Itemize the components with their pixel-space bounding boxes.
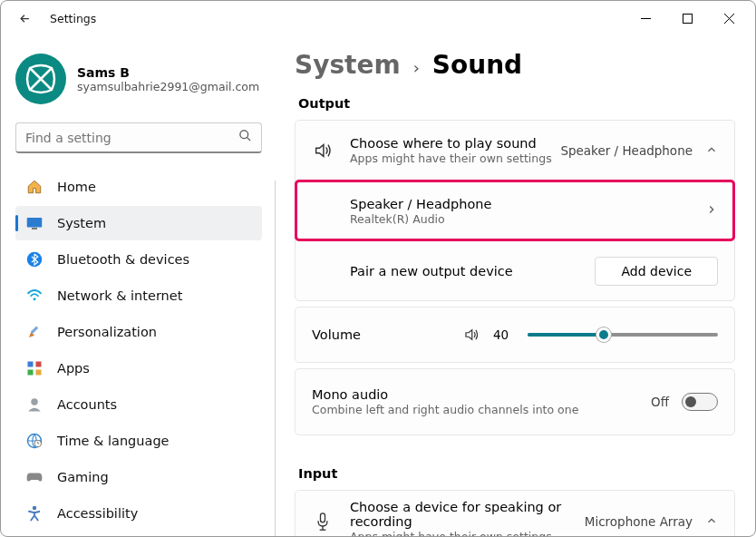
svg-rect-7 [32,228,37,229]
bluetooth-icon [24,249,44,269]
mono-sub: Combine left and right audio channels in… [312,403,578,416]
volume-card: Volume 40 [295,307,735,363]
sidebar-item-time[interactable]: Time & language [15,424,262,458]
mono-state: Off [651,395,669,409]
sidebar-item-bluetooth[interactable]: Bluetooth & devices [15,242,262,277]
choose-input-sub: Apps might have their own settings [350,530,567,536]
volume-slider[interactable] [528,326,718,344]
mono-row: Mono audio Combine left and right audio … [296,369,734,434]
svg-rect-12 [36,362,42,367]
minimize-button[interactable] [625,4,666,33]
home-icon [24,177,44,197]
user-name: Sams B [77,65,259,80]
sidebar-item-label: Personalization [57,325,157,339]
svg-rect-19 [321,513,325,522]
svg-point-4 [240,131,248,139]
volume-label: Volume [312,327,450,342]
svg-rect-14 [36,370,42,376]
wifi-icon [24,286,44,306]
maximize-button[interactable] [666,4,708,33]
sidebar-item-label: Accounts [57,397,117,412]
user-profile[interactable]: Sams B syamsulbahrie2991@gmail.com [15,54,262,104]
svg-rect-6 [27,218,43,228]
sidebar-item-label: Apps [57,361,90,376]
breadcrumb: System › Sound [295,50,735,80]
mono-card: Mono audio Combine left and right audio … [295,368,735,435]
pair-output-title: Pair a new output device [350,264,513,278]
sidebar-item-label: Home [57,180,96,194]
add-device-button[interactable]: Add device [595,257,718,286]
mono-toggle[interactable] [682,393,718,411]
choose-output-sub: Apps might have their own settings [350,151,552,165]
back-button[interactable] [12,5,37,31]
chevron-right-icon: › [413,58,420,77]
volume-row: Volume 40 [296,308,734,362]
pair-output-row: Pair a new output device Add device [296,240,734,300]
nav-list: Home System Bluetooth & devices Network … [15,170,262,531]
microphone-icon [312,511,334,532]
scroll-divider [275,181,276,536]
search-icon [238,129,252,146]
choose-input-title: Choose a device for speaking or recordin… [350,500,567,529]
mono-title: Mono audio [312,387,578,402]
sidebar-item-label: Network & internet [57,288,182,303]
avatar [15,54,66,104]
output-device-sub: Realtek(R) Audio [350,212,491,226]
svg-rect-1 [683,14,692,23]
volume-value: 40 [493,327,515,342]
input-card: Choose a device for speaking or recordin… [295,490,735,536]
system-icon [24,213,44,233]
choose-output-value: Speaker / Headphone [560,143,693,158]
section-input-heading: Input [298,466,735,481]
section-output-heading: Output [298,96,735,111]
sidebar-item-home[interactable]: Home [15,170,262,204]
search-field[interactable] [25,131,238,145]
sidebar-item-accessibility[interactable]: Accessibility [15,496,262,531]
globe-icon [24,431,44,451]
speaker-icon [312,140,334,161]
sidebar: Sams B syamsulbahrie2991@gmail.com Home … [1,35,275,536]
svg-point-18 [33,506,37,511]
user-email: syamsulbahrie2991@gmail.com [77,80,259,93]
sidebar-item-network[interactable]: Network & internet [15,278,262,313]
main-pane: System › Sound Output Choose where to pl… [275,35,755,536]
svg-point-9 [34,298,36,300]
svg-point-15 [31,398,38,405]
breadcrumb-parent[interactable]: System [295,50,401,80]
svg-rect-13 [28,370,34,376]
sidebar-item-accounts[interactable]: Accounts [15,387,262,422]
output-device-row[interactable]: Speaker / Headphone Realtek(R) Audio [296,181,734,240]
sidebar-item-personalization[interactable]: Personalization [15,315,262,349]
breadcrumb-current: Sound [432,50,522,80]
sidebar-item-label: System [57,216,106,230]
gamepad-icon [24,467,44,487]
person-icon [24,395,44,415]
choose-input-row[interactable]: Choose a device for speaking or recordin… [296,491,734,536]
output-card: Choose where to play sound Apps might ha… [295,120,735,301]
apps-icon [24,358,44,378]
choose-output-title: Choose where to play sound [350,136,552,151]
close-button[interactable] [708,4,750,33]
chevron-right-icon [705,202,718,220]
sidebar-item-system[interactable]: System [15,206,262,240]
window-title: Settings [50,12,96,25]
sidebar-item-gaming[interactable]: Gaming [15,460,262,494]
choose-input-value: Microphone Array [585,514,693,529]
svg-rect-10 [31,327,38,334]
svg-rect-11 [28,362,34,367]
paintbrush-icon [24,322,44,342]
chevron-up-icon [705,513,718,531]
chevron-up-icon [705,142,718,160]
accessibility-icon [24,503,44,523]
sidebar-item-apps[interactable]: Apps [15,351,262,386]
sidebar-item-label: Bluetooth & devices [57,252,189,267]
svg-line-5 [247,137,250,141]
volume-icon[interactable] [462,326,480,344]
search-input[interactable] [15,122,262,153]
choose-output-row[interactable]: Choose where to play sound Apps might ha… [296,121,734,181]
sidebar-item-label: Gaming [57,470,109,484]
output-device-title: Speaker / Headphone [350,197,491,211]
sidebar-item-label: Accessibility [57,506,138,521]
titlebar: Settings [1,1,755,35]
sidebar-item-label: Time & language [57,434,170,448]
